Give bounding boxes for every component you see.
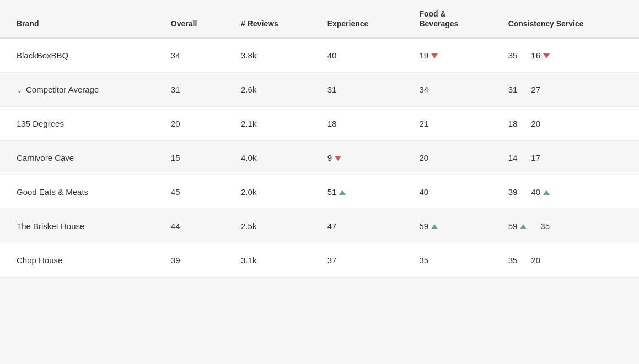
cell-overall: 45 bbox=[160, 175, 230, 209]
cell-brand: ⌄Competitor Average bbox=[0, 73, 160, 107]
cell-food-beverages: 20 bbox=[408, 141, 497, 175]
table-row: 135 Degrees202.1k182118 20 bbox=[0, 107, 639, 141]
cell-experience: 51 bbox=[316, 175, 409, 209]
up-arrow-icon bbox=[339, 190, 346, 195]
cell-overall: 20 bbox=[160, 107, 230, 141]
cell-experience: 18 bbox=[316, 107, 409, 141]
chevron-down-icon[interactable]: ⌄ bbox=[17, 86, 23, 94]
cell-reviews: 2.0k bbox=[230, 175, 316, 209]
cell-brand: 135 Degrees bbox=[0, 107, 160, 141]
cell-overall: 44 bbox=[160, 209, 230, 243]
down-arrow-icon bbox=[543, 53, 550, 58]
cell-overall: 15 bbox=[160, 141, 230, 175]
down-arrow-icon bbox=[431, 53, 438, 58]
cell-food-beverages: 19 bbox=[408, 38, 497, 73]
cell-brand: Chop House bbox=[0, 243, 160, 278]
cell-consistency: 31 27 bbox=[497, 73, 639, 107]
cell-reviews: 3.1k bbox=[230, 243, 316, 278]
cell-brand: Good Eats & Meats bbox=[0, 175, 160, 209]
cell-brand: The Brisket House bbox=[0, 209, 160, 243]
col-header-reviews: # Reviews bbox=[230, 0, 316, 38]
data-table: Brand Overall # Reviews Experience Food … bbox=[0, 0, 639, 278]
cell-reviews: 2.1k bbox=[230, 107, 316, 141]
up-arrow-icon bbox=[543, 190, 550, 195]
col-header-brand: Brand bbox=[0, 0, 160, 38]
cell-experience: 47 bbox=[316, 209, 409, 243]
cell-reviews: 2.5k bbox=[230, 209, 316, 243]
cell-food-beverages: 21 bbox=[408, 107, 497, 141]
cell-consistency: 18 20 bbox=[497, 107, 639, 141]
table-row: BlackBoxBBQ343.8k401935 16 bbox=[0, 38, 639, 73]
table-row: Carnivore Cave154.0k92014 17 bbox=[0, 141, 639, 175]
col-header-experience: Experience bbox=[316, 0, 409, 38]
cell-food-beverages: 40 bbox=[408, 175, 497, 209]
up-arrow-icon bbox=[431, 224, 438, 229]
up-arrow-icon bbox=[520, 224, 527, 229]
table-row: The Brisket House442.5k475959 35 bbox=[0, 209, 639, 243]
cell-consistency: 35 20 bbox=[497, 243, 639, 278]
col-header-overall: Overall bbox=[160, 0, 230, 38]
table-row: Chop House393.1k373535 20 bbox=[0, 243, 639, 278]
cell-overall: 31 bbox=[160, 73, 230, 107]
cell-food-beverages: 35 bbox=[408, 243, 497, 278]
down-arrow-icon bbox=[335, 156, 341, 161]
table-header-row: Brand Overall # Reviews Experience Food … bbox=[0, 0, 639, 38]
cell-experience: 40 bbox=[316, 38, 409, 73]
cell-consistency: 39 40 bbox=[497, 175, 639, 209]
cell-reviews: 4.0k bbox=[230, 141, 316, 175]
cell-overall: 34 bbox=[160, 38, 230, 73]
cell-reviews: 2.6k bbox=[230, 73, 316, 107]
cell-consistency: 14 17 bbox=[497, 141, 639, 175]
cell-experience: 37 bbox=[316, 243, 409, 278]
table-row: ⌄Competitor Average312.6k313431 27 bbox=[0, 73, 639, 107]
cell-reviews: 3.8k bbox=[230, 38, 316, 73]
cell-brand: Carnivore Cave bbox=[0, 141, 160, 175]
cell-food-beverages: 34 bbox=[408, 73, 497, 107]
table-row: Good Eats & Meats452.0k514039 40 bbox=[0, 175, 639, 209]
cell-experience: 9 bbox=[316, 141, 409, 175]
cell-consistency: 59 35 bbox=[497, 209, 639, 243]
cell-overall: 39 bbox=[160, 243, 230, 278]
cell-brand: BlackBoxBBQ bbox=[0, 38, 160, 73]
col-header-consistency: Consistency Service bbox=[497, 0, 639, 38]
cell-experience: 31 bbox=[316, 73, 409, 107]
cell-consistency: 35 16 bbox=[497, 38, 639, 73]
cell-food-beverages: 59 bbox=[408, 209, 497, 243]
col-header-food: Food & Beverages bbox=[408, 0, 497, 38]
